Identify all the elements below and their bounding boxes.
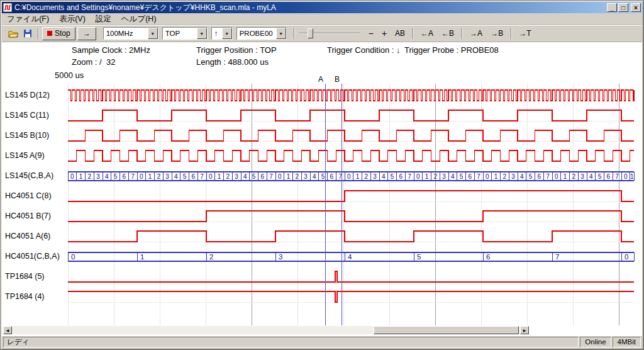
chevron-down-icon[interactable]: ▼ — [222, 28, 232, 39]
trigger-position-value: TOP — [163, 30, 197, 37]
zoom-slider[interactable] — [299, 27, 360, 40]
slider-thumb[interactable] — [308, 28, 313, 38]
stop-icon — [47, 31, 52, 36]
toolbar: Stop → 100MHz ▼ TOP ▼ ↑ ▼ PROBE00 ▼ − + … — [2, 25, 642, 42]
goto-b-prev-button[interactable]: ←B — [438, 27, 458, 40]
app-icon-image — [3, 3, 12, 12]
status-online-badge: Online — [580, 337, 611, 347]
open-button[interactable] — [6, 26, 20, 40]
goto-b-next-button[interactable]: →B — [487, 27, 507, 40]
maximize-icon: □ — [621, 4, 625, 11]
app-icon[interactable] — [3, 3, 13, 12]
zoom-out-button[interactable]: − — [365, 27, 377, 40]
horizontal-scrollbar[interactable]: ◀ ▶ — [3, 326, 529, 334]
scroll-right-icon: ▶ — [523, 328, 526, 332]
toolbar-separator — [462, 28, 463, 39]
trigger-probe-value: PROBE00 — [237, 30, 276, 37]
chevron-down-icon[interactable]: ▼ — [148, 28, 158, 39]
waveform-client-area — [2, 42, 642, 336]
scroll-left-icon: ◀ — [6, 328, 9, 332]
toolbar-separator — [413, 28, 414, 39]
menu-view[interactable]: 表示(V) — [54, 13, 91, 25]
chevron-down-icon[interactable]: ▼ — [197, 28, 207, 39]
open-folder-icon — [8, 30, 18, 38]
menu-help[interactable]: ヘルプ(H) — [116, 13, 162, 25]
status-message: レディ — [3, 337, 579, 347]
close-icon: × — [634, 4, 638, 11]
trigger-position-combo[interactable]: TOP ▼ — [162, 27, 208, 40]
window-title: C:¥Documents and Settings¥noname¥デスクトップ¥… — [14, 3, 606, 13]
run-button[interactable]: → — [77, 27, 96, 40]
status-memory-badge: 4MBit — [613, 337, 641, 347]
scroll-track[interactable] — [12, 326, 520, 334]
sample-clock-value: 100MHz — [104, 30, 148, 37]
chevron-down-icon[interactable]: ▼ — [276, 28, 286, 39]
trigger-edge-combo[interactable]: ↑ ▼ — [211, 27, 233, 40]
stop-button[interactable]: Stop — [42, 27, 75, 40]
ab-button[interactable]: AB — [391, 27, 409, 40]
goto-a-prev-button[interactable]: ←A — [417, 27, 437, 40]
app-window: { "window": { "title": "C:¥Documents and… — [0, 0, 644, 350]
scroll-thumb[interactable] — [374, 326, 519, 334]
scroll-right-button[interactable]: ▶ — [520, 326, 529, 334]
save-floppy-icon — [23, 29, 32, 38]
minimize-icon: _ — [610, 4, 614, 11]
maximize-button[interactable]: □ — [618, 3, 628, 12]
menu-settings[interactable]: 設定 — [91, 13, 116, 25]
trigger-edge-value: ↑ — [212, 30, 222, 37]
toolbar-separator — [294, 28, 295, 39]
menu-file[interactable]: ファイル(F) — [2, 13, 54, 25]
goto-trigger-button[interactable]: →T — [515, 27, 535, 40]
scroll-left-button[interactable]: ◀ — [3, 326, 12, 334]
sample-clock-combo[interactable]: 100MHz ▼ — [103, 27, 158, 40]
toolbar-separator — [38, 28, 39, 39]
trigger-probe-combo[interactable]: PROBE00 ▼ — [236, 27, 287, 40]
toolbar-separator — [511, 28, 512, 39]
save-button[interactable] — [20, 26, 35, 40]
minimize-button[interactable]: _ — [607, 3, 617, 12]
zoom-in-button[interactable]: + — [378, 27, 391, 40]
stop-label: Stop — [55, 29, 70, 38]
goto-a-next-button[interactable]: →A — [466, 27, 486, 40]
close-button[interactable]: × — [631, 3, 641, 12]
title-bar[interactable]: C:¥Documents and Settings¥noname¥デスクトップ¥… — [2, 2, 642, 13]
menu-bar: ファイル(F) 表示(V) 設定 ヘルプ(H) — [2, 13, 642, 25]
status-bar: レディ Online 4MBit — [2, 336, 642, 348]
